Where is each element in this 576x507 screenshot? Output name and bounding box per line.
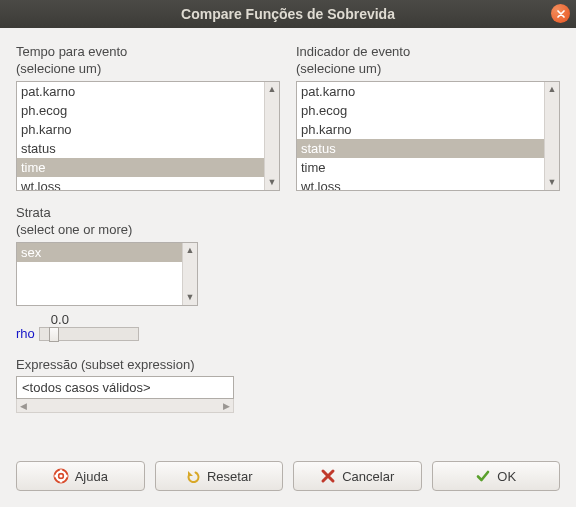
strata-group-label: Strata (select one or more) [16,205,198,239]
time-scrollbar[interactable]: ▲ ▼ [264,82,279,190]
scroll-down-icon[interactable]: ▼ [183,290,198,305]
rho-value: 0.0 [51,312,69,327]
expression-label: Expressão (subset expression) [16,357,560,374]
expression-group: Expressão (subset expression) ◀ ▶ [16,357,560,414]
expression-hscroll[interactable]: ◀ ▶ [16,399,234,413]
scroll-right-icon[interactable]: ▶ [220,401,233,411]
time-group-label: Tempo para evento (selecione um) [16,44,280,78]
list-item[interactable]: time [17,158,264,177]
close-button[interactable] [551,4,570,23]
list-item[interactable]: status [297,139,544,158]
cancel-icon [320,468,336,484]
scroll-up-icon[interactable]: ▲ [265,82,280,97]
svg-point-1 [58,474,63,479]
scroll-down-icon[interactable]: ▼ [265,175,280,190]
indicator-group-label: Indicador de evento (selecione um) [296,44,560,78]
scroll-down-icon[interactable]: ▼ [545,175,560,190]
reset-button[interactable]: Resetar [155,461,284,491]
indicator-group: Indicador de evento (selecione um) pat.k… [296,44,560,191]
ok-button[interactable]: OK [432,461,561,491]
list-item[interactable]: ph.ecog [17,101,264,120]
close-icon [556,9,566,19]
help-icon [53,468,69,484]
list-item[interactable]: wt.loss [297,177,544,190]
rho-slider-thumb[interactable] [49,327,59,342]
list-item[interactable]: ph.karno [297,120,544,139]
scroll-left-icon[interactable]: ◀ [17,401,30,411]
time-group: Tempo para evento (selecione um) pat.kar… [16,44,280,191]
list-item[interactable]: ph.karno [17,120,264,139]
strata-listbox[interactable]: sex [17,243,182,305]
scroll-up-icon[interactable]: ▲ [183,243,198,258]
list-item[interactable]: status [17,139,264,158]
strata-scrollbar[interactable]: ▲ ▼ [182,243,197,305]
titlebar: Compare Funções de Sobrevida [0,0,576,28]
scroll-up-icon[interactable]: ▲ [545,82,560,97]
ok-icon [475,468,491,484]
list-item[interactable]: wt.loss [17,177,264,190]
list-item[interactable]: sex [17,243,182,262]
help-button[interactable]: Ajuda [16,461,145,491]
strata-group: Strata (select one or more) sex ▲ ▼ rho … [16,205,198,341]
rho-label: rho [16,326,35,341]
list-item[interactable]: pat.karno [297,82,544,101]
expression-input[interactable] [16,376,234,399]
list-item[interactable]: pat.karno [17,82,264,101]
list-item[interactable]: ph.ecog [297,101,544,120]
list-item[interactable]: time [297,158,544,177]
window-title: Compare Funções de Sobrevida [181,6,395,22]
cancel-button[interactable]: Cancelar [293,461,422,491]
button-bar: Ajuda Resetar Cancelar OK [16,461,560,491]
indicator-scrollbar[interactable]: ▲ ▼ [544,82,559,190]
rho-slider[interactable] [39,327,139,341]
time-listbox[interactable]: pat.karnoph.ecogph.karnostatustimewt.los… [17,82,264,190]
indicator-listbox[interactable]: pat.karnoph.ecogph.karnostatustimewt.los… [297,82,544,190]
undo-icon [185,468,201,484]
